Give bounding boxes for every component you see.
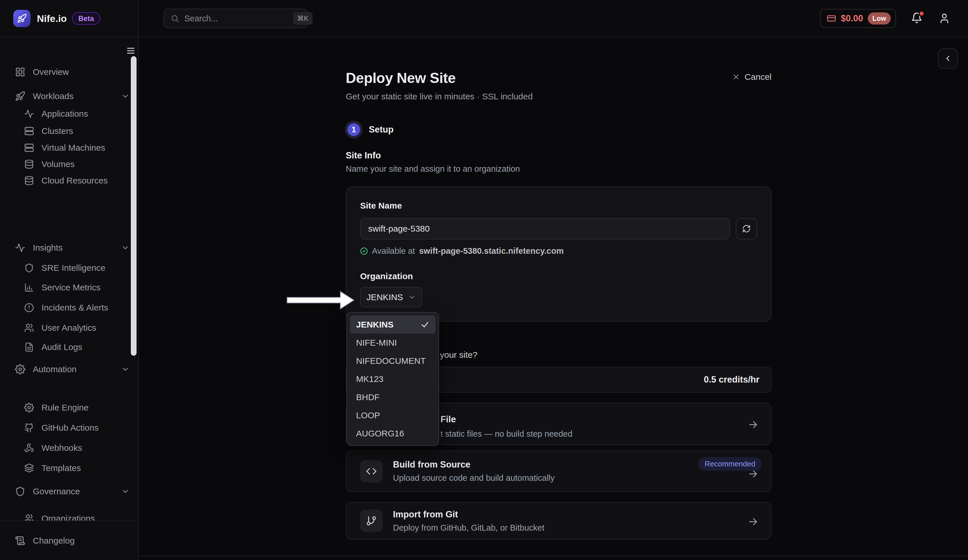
- option-title: Import from Git: [393, 509, 544, 520]
- sidebar-item-label: Cloud Resources: [41, 176, 108, 186]
- deploy-wizard: Deploy New Site Get your static site liv…: [346, 38, 771, 322]
- dropdown-option-nifedocument[interactable]: NIFEDOCUMENT: [350, 352, 436, 370]
- sidebar-item-changelog[interactable]: Changelog: [0, 533, 131, 549]
- dropdown-option-jenkins[interactable]: JENKINS: [350, 315, 436, 333]
- app-root: Nife.io Beta Overview Workloads Applicat…: [0, 0, 968, 560]
- dropdown-option-bhdf[interactable]: BHDF: [350, 388, 436, 406]
- sidebar-collapse-button[interactable]: [123, 43, 138, 58]
- sidebar-item-audit-logs[interactable]: Audit Logs: [0, 339, 131, 355]
- availability-status: Available at swift-page-5380.static.nife…: [360, 246, 757, 256]
- refresh-icon: [742, 224, 751, 233]
- sidebar-item-webhooks[interactable]: Webhooks: [0, 440, 131, 456]
- sidebar-item-github-actions[interactable]: GitHub Actions: [0, 420, 131, 436]
- alert-circle-icon: [24, 303, 34, 313]
- check-icon: [421, 320, 429, 329]
- credits-balance-button[interactable]: $0.00 Low: [820, 9, 896, 28]
- sidebar-item-insights[interactable]: Insights: [0, 240, 131, 256]
- sidebar-item-workloads[interactable]: Workloads: [0, 88, 131, 104]
- dropdown-option-loop[interactable]: LOOP: [350, 406, 436, 424]
- annotation-pointer-arrow: [287, 290, 355, 310]
- rocket-icon: [15, 91, 25, 101]
- sidebar-item-label: Workloads: [33, 91, 73, 101]
- dropdown-option-label: LOOP: [356, 411, 380, 420]
- database-icon: [24, 176, 34, 186]
- sidebar-item-label: SRE Intelligence: [41, 263, 105, 273]
- dropdown-option-nife-mini[interactable]: NIFE-MINI: [350, 333, 436, 352]
- sidebar-item-user-analytics[interactable]: User Analytics: [0, 320, 131, 336]
- availability-prefix: Available at: [372, 246, 415, 256]
- sidebar-item-sre-intelligence[interactable]: SRE Intelligence: [0, 260, 131, 276]
- chevron-left-icon: [943, 54, 952, 63]
- sidebar-scrollbar[interactable]: [131, 56, 137, 356]
- server-icon: [24, 143, 34, 153]
- organization-dropdown-menu: JENKINS NIFE-MINI NIFEDOCUMENT MK123 BHD…: [346, 312, 439, 446]
- dropdown-option-label: NIFEDOCUMENT: [356, 356, 426, 366]
- notifications-button[interactable]: [911, 12, 923, 25]
- deploy-option-build-from-source[interactable]: Build from Source Upload source code and…: [346, 450, 771, 492]
- sidebar-item-service-metrics[interactable]: Service Metrics: [0, 280, 131, 296]
- sidebar-item-virtual-machines[interactable]: Virtual Machines: [0, 140, 131, 156]
- sidebar-item-automation[interactable]: Automation: [0, 361, 131, 377]
- sidebar-item-volumes[interactable]: Volumes: [0, 156, 131, 172]
- dropdown-option-mk123[interactable]: MK123: [350, 370, 436, 388]
- sidebar-item-incidents-alerts[interactable]: Incidents & Alerts: [0, 300, 131, 316]
- option-subtitle-fragment: t static files — no build step needed: [441, 429, 572, 439]
- users-icon: [24, 323, 34, 333]
- beta-badge: Beta: [72, 12, 100, 25]
- brand[interactable]: Nife.io Beta: [0, 0, 138, 38]
- sidebar-item-label: User Analytics: [41, 323, 96, 333]
- sidebar-item-applications[interactable]: Applications: [0, 106, 131, 122]
- sidebar-item-templates[interactable]: Templates: [0, 460, 131, 476]
- search-box[interactable]: ⌘K: [164, 8, 308, 28]
- dropdown-option-augorg16[interactable]: AUGORG16: [350, 424, 436, 442]
- sidebar-item-overview[interactable]: Overview: [0, 64, 131, 80]
- shield-icon: [15, 486, 25, 497]
- dropdown-option-label: MK123: [356, 374, 383, 384]
- brand-logo-rocket-icon: [13, 10, 31, 27]
- section-subtitle: Name your site and assign it to an organ…: [346, 164, 771, 174]
- chevron-down-icon: [121, 244, 130, 252]
- sidebar-item-label: Webhooks: [41, 443, 82, 453]
- topbar: ⌘K $0.00 Low: [139, 0, 968, 38]
- dropdown-option-label: NIFE-MINI: [356, 338, 397, 348]
- gear-icon: [24, 403, 34, 413]
- content-bottom-divider: [139, 556, 968, 556]
- organization-select[interactable]: JENKINS: [360, 287, 422, 307]
- sidebar-item-label: Volumes: [41, 159, 75, 169]
- cancel-label: Cancel: [745, 72, 771, 82]
- site-info-card: Site Name Available at swift-page-5380.s…: [346, 186, 771, 322]
- grid-icon: [15, 67, 25, 77]
- sidebar-item-cloud-resources[interactable]: Cloud Resources: [0, 172, 131, 189]
- code-icon: [360, 460, 383, 482]
- panel-collapse-button[interactable]: [938, 48, 958, 68]
- sidebar-item-label: Virtual Machines: [41, 143, 105, 153]
- dropdown-option-label: AUGORG16: [356, 429, 404, 439]
- search-input[interactable]: [184, 14, 293, 23]
- section-title: Site Info: [346, 151, 771, 161]
- dropdown-option-label: BHDF: [356, 393, 380, 402]
- deploy-question-text-fragment: your site?: [440, 350, 477, 360]
- sidebar-item-clusters[interactable]: Clusters: [0, 123, 131, 139]
- regenerate-name-button[interactable]: [736, 218, 757, 239]
- organization-selected-value: JENKINS: [366, 292, 403, 302]
- sidebar-item-governance[interactable]: Governance: [0, 483, 131, 499]
- arrow-right-icon: [748, 517, 758, 527]
- deploy-option-import-from-git[interactable]: Import from Git Deploy from GitHub, GitL…: [346, 502, 771, 540]
- user-menu-button[interactable]: [939, 13, 950, 24]
- arrow-right-icon: [748, 419, 758, 430]
- activity-icon: [15, 243, 25, 253]
- sidebar-item-label: Incidents & Alerts: [41, 303, 108, 313]
- step-indicator: 1 Setup: [346, 123, 771, 136]
- sidebar-item-label: Insights: [33, 243, 63, 253]
- page-subtitle: Get your static site live in minutes · S…: [346, 91, 771, 101]
- sidebar-item-rule-engine[interactable]: Rule Engine: [0, 399, 131, 416]
- chevron-down-icon: [121, 92, 130, 101]
- cancel-button[interactable]: Cancel: [732, 72, 771, 82]
- site-name-input[interactable]: [360, 218, 730, 239]
- sidebar-item-label: GitHub Actions: [41, 423, 98, 432]
- bar-chart-icon: [24, 283, 34, 292]
- gear-icon: [15, 364, 25, 374]
- sidebar-item-label: Rule Engine: [41, 403, 88, 413]
- availability-domain: swift-page-5380.static.nifetency.com: [419, 246, 564, 256]
- shield-icon: [24, 263, 34, 273]
